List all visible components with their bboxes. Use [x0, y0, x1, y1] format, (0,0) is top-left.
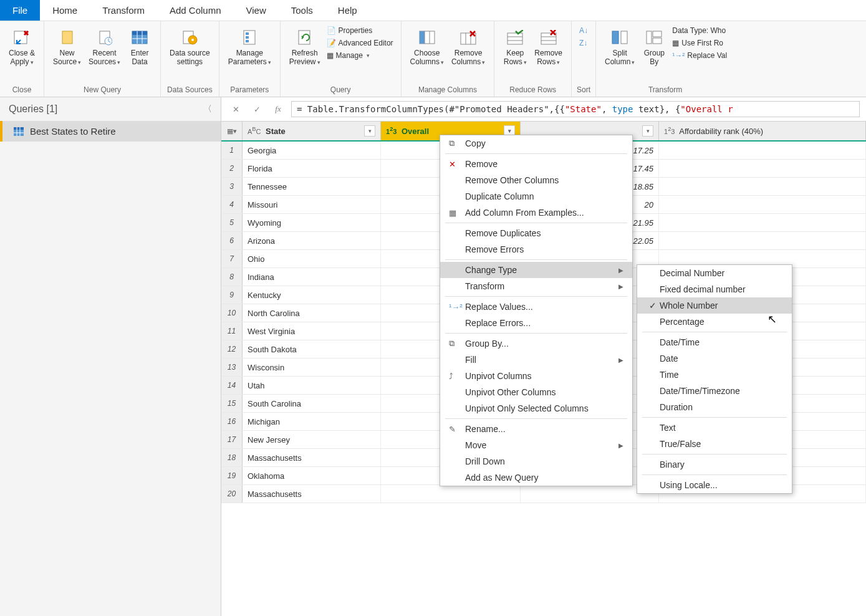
tab-transform[interactable]: Transform [90, 0, 157, 21]
cell-state[interactable]: North Carolina [243, 304, 381, 322]
cell-state[interactable]: New Jersey [243, 431, 381, 448]
cell-afford[interactable] [659, 232, 866, 249]
cell-state[interactable]: Wyoming [243, 214, 381, 231]
cell-state[interactable]: Utah [243, 377, 381, 394]
row-number[interactable]: 10 [221, 304, 243, 322]
cell-afford[interactable] [659, 196, 866, 213]
row-number[interactable]: 6 [221, 232, 243, 249]
cell-state[interactable]: Michigan [243, 413, 381, 430]
choose-columns-button[interactable]: Choose Columns [407, 24, 448, 69]
ctx-replace-values[interactable]: ¹→²Replace Values... [440, 299, 632, 315]
row-number[interactable]: 2 [221, 160, 243, 177]
cell-state[interactable]: South Dakota [243, 340, 381, 358]
ctx-drill-down[interactable]: Drill Down [440, 453, 632, 469]
close-apply-button[interactable]: Close & Apply [5, 24, 39, 69]
grid-corner-button[interactable]: ▦▾ [221, 122, 243, 140]
cell-afford[interactable] [659, 178, 866, 195]
column-header-state[interactable]: ABC State ▾ [243, 122, 381, 140]
type-whole-number[interactable]: ✓Whole Number [637, 297, 792, 314]
ctx-unpivot-other[interactable]: Unpivot Other Columns [440, 384, 632, 400]
group-by-button[interactable]: Group By [638, 24, 670, 69]
cell-state[interactable]: South Carolina [243, 395, 381, 412]
row-number[interactable]: 4 [221, 196, 243, 213]
type-date[interactable]: Date [637, 350, 792, 367]
ctx-move[interactable]: Move▶ [440, 437, 632, 453]
cell-state[interactable]: Oklahoma [243, 467, 381, 484]
ctx-replace-errors[interactable]: Replace Errors... [440, 315, 632, 331]
cell-state[interactable]: Massachusetts [243, 485, 381, 503]
type-true-false[interactable]: True/False [637, 436, 792, 452]
row-number[interactable]: 1 [221, 142, 243, 159]
cell-afford[interactable] [659, 160, 866, 177]
tab-home[interactable]: Home [40, 0, 90, 21]
ctx-copy[interactable]: ⧉Copy [440, 135, 632, 152]
type-percentage[interactable]: Percentage [637, 314, 792, 330]
refresh-preview-button[interactable]: Refresh Preview [286, 24, 324, 69]
row-number[interactable]: 19 [221, 467, 243, 484]
ctx-group-by[interactable]: ⧉Group By... [440, 335, 632, 352]
row-number[interactable]: 17 [221, 431, 243, 448]
replace-values-button[interactable]: ¹→² Replace Val [672, 51, 727, 60]
remove-rows-button[interactable]: Remove Rows [531, 24, 566, 69]
advanced-editor-button[interactable]: 📝Advanced Editor [327, 39, 393, 47]
new-source-button[interactable]: New Source [49, 24, 85, 69]
sort-desc-button[interactable]: Z↓ [579, 39, 588, 47]
recent-sources-button[interactable]: Recent Sources [85, 24, 124, 69]
remove-columns-button[interactable]: Remove Columns [448, 24, 489, 69]
tab-tools[interactable]: Tools [279, 0, 325, 21]
row-number[interactable]: 7 [221, 250, 243, 267]
cell-afford[interactable] [659, 142, 866, 159]
cell-state[interactable]: Missouri [243, 196, 381, 213]
ctx-add-new-query[interactable]: Add as New Query [440, 469, 632, 486]
type-binary[interactable]: Binary [637, 456, 792, 473]
cell-state[interactable]: Florida [243, 160, 381, 177]
type-using-locale[interactable]: Using Locale... [637, 477, 792, 493]
filter-button[interactable]: ▾ [364, 125, 375, 137]
cell-state[interactable]: Massachusetts [243, 449, 381, 466]
ctx-transform[interactable]: Transform▶ [440, 278, 632, 294]
tab-add-column[interactable]: Add Column [157, 0, 234, 21]
manage-button[interactable]: ▦Manage [327, 51, 393, 60]
type-datetimezone[interactable]: Date/Time/Timezone [637, 383, 792, 399]
ctx-unpivot-selected[interactable]: Unpivot Only Selected Columns [440, 400, 632, 416]
split-column-button[interactable]: Split Column [601, 24, 638, 69]
query-item[interactable]: Best States to Retire [0, 121, 221, 142]
ctx-remove-dup[interactable]: Remove Duplicates [440, 225, 632, 241]
cell-afford[interactable] [659, 214, 866, 231]
keep-rows-button[interactable]: Keep Rows [499, 24, 531, 69]
cancel-formula-button[interactable]: ✕ [228, 101, 244, 117]
ctx-duplicate[interactable]: Duplicate Column [440, 188, 632, 205]
ctx-fill[interactable]: Fill▶ [440, 352, 632, 368]
cell-state[interactable]: Indiana [243, 268, 381, 286]
type-time[interactable]: Time [637, 367, 792, 383]
cell-state[interactable]: Arizona [243, 232, 381, 249]
column-header-affordability[interactable]: 123 Affordability rank (40%) [659, 122, 866, 140]
tab-help[interactable]: Help [325, 0, 370, 21]
use-first-row-button[interactable]: ▦ Use First Ro [672, 39, 727, 47]
accept-formula-button[interactable]: ✓ [249, 101, 265, 117]
type-fixed-decimal[interactable]: Fixed decimal number [637, 281, 792, 297]
row-number[interactable]: 12 [221, 340, 243, 358]
row-number[interactable]: 5 [221, 214, 243, 231]
data-source-settings-button[interactable]: Data source settings [166, 24, 214, 69]
cell-state[interactable]: Kentucky [243, 286, 381, 304]
properties-button[interactable]: 📄Properties [327, 26, 393, 35]
tab-file[interactable]: File [0, 0, 40, 21]
sort-asc-button[interactable]: A↓ [579, 26, 588, 35]
row-number[interactable]: 15 [221, 395, 243, 412]
row-number[interactable]: 3 [221, 178, 243, 195]
collapse-queries-icon[interactable]: 〈 [203, 103, 212, 115]
fx-button[interactable]: fx [270, 101, 286, 117]
cell-state[interactable]: Wisconsin [243, 359, 381, 376]
cell-state[interactable]: Ohio [243, 250, 381, 267]
row-number[interactable]: 8 [221, 268, 243, 286]
ctx-rename[interactable]: ✎Rename... [440, 421, 632, 437]
ctx-change-type[interactable]: Change Type▶ [440, 262, 632, 278]
cell-state[interactable]: Tennessee [243, 178, 381, 195]
row-number[interactable]: 9 [221, 286, 243, 304]
ctx-remove[interactable]: ✕Remove [440, 156, 632, 172]
enter-data-button[interactable]: Enter Data [124, 24, 155, 69]
data-type-button[interactable]: Data Type: Who [672, 26, 727, 35]
ctx-add-col-examples[interactable]: ▦Add Column From Examples... [440, 205, 632, 221]
row-number[interactable]: 20 [221, 485, 243, 503]
